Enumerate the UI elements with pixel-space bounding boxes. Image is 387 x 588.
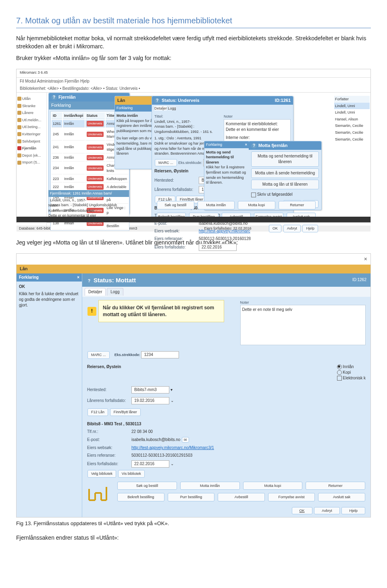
fornyelse-avvist-button[interactable]: Fornyelse avvist [268, 493, 315, 501]
motta-innlan-button[interactable]: Motta innlån [198, 201, 235, 209]
table-row: 223InnlånUnderveisKaffekoppen [52, 175, 128, 182]
col-id[interactable]: ID [52, 112, 62, 120]
list-item[interactable]: Lindell, Unni [334, 103, 370, 110]
tab-logg[interactable]: Logg [168, 106, 176, 110]
hentested-select[interactable]: Bibits7-mm3 [131, 386, 169, 393]
purr-button[interactable]: Purr bestilling [168, 493, 215, 501]
noter-block: Noter: Kommentar til eierbiblioteket: De… [48, 203, 96, 218]
panel-title: Fjernlån [58, 95, 76, 99]
eiers-forfall-input[interactable]: 22.02.2016 [131, 460, 169, 468]
motta-send-hentemelding-button[interactable]: Motta og send hentemelding til låneren [251, 151, 319, 167]
motta-kopi-button[interactable]: Motta kopi [243, 482, 303, 490]
info-message-box: ! Når du klikker OK vil fjernlånet bli r… [98, 300, 224, 323]
help-icon[interactable]: ? [51, 95, 57, 100]
avbryt-button[interactable]: Avbryt [283, 225, 301, 232]
nav-utlmeldin: Utl.meldin... [17, 118, 46, 123]
section-number: 7. [16, 16, 23, 25]
bibliotek-name: Bibits8 - MM3 Test , 5030113 [87, 422, 141, 426]
list-item[interactable]: Hansel, Alison [334, 116, 370, 123]
list-item[interactable]: Lindell, Unni [334, 109, 370, 116]
folgeseddel-checkbox[interactable] [251, 193, 256, 197]
status-id: ID:1262 [352, 277, 366, 283]
avslutt-sak-button[interactable]: Avslutt sak [318, 493, 365, 501]
websok-link[interactable]: http://test-appveiy.mikromarc.no/Mikroma… [131, 445, 214, 450]
motta-lan-ut-button[interactable]: Motta og lån ut til låneren [251, 180, 319, 189]
logo-icon [87, 485, 107, 501]
nav-fjernlan: Fjernlån [17, 146, 46, 151]
list-item[interactable]: Siemartin, Cecilie [334, 129, 370, 136]
help-icon[interactable]: ? [154, 98, 160, 104]
forfatter-col: Forfatter [334, 96, 370, 103]
section-heading: 7. Mottak og utlån av bestilt materiale … [16, 15, 371, 28]
motta-uten-hentemelding-button[interactable]: Motta uten å sende hentemelding [251, 168, 319, 178]
nav-selvbetjent: Selvbetjent [17, 139, 46, 144]
figure-13-caption: Fig 13. Fjernlånsstatus oppdateres til «… [16, 520, 371, 527]
tab-detaljer[interactable]: Detaljer [85, 288, 106, 296]
intro-paragraph-1: Når hjemmebiblioteket mottar boka, vil n… [16, 35, 371, 50]
selected-row-bar: Fjernlånssak: 1261 Innlån Annas barn/ [48, 190, 129, 197]
ok-button[interactable]: OK [292, 507, 312, 515]
radio-innlan[interactable] [337, 364, 342, 369]
avbestill-button[interactable]: Avbestill [218, 493, 265, 501]
help-heading: OK [19, 284, 25, 289]
list-item[interactable]: Siemartin, Cecilie [334, 122, 370, 129]
status-header: ?Status: Mottatt ID:1262 [82, 273, 370, 287]
returner-button[interactable]: Returner [279, 201, 316, 209]
status-label: Status: Mottatt [94, 277, 136, 284]
velg-bibliotek-button[interactable]: Velg bibliotek [87, 470, 116, 478]
closing-paragraph: Fjernlånssaken endrer status til «Utlånt… [16, 534, 371, 542]
nav-utlbeting: Utl.beting... [17, 124, 46, 130]
avbryt-button[interactable]: Avbryt [314, 507, 339, 515]
chk-elektronisk[interactable] [337, 376, 342, 381]
date-picker-icon[interactable]: ⌄ [171, 398, 174, 403]
radio-kopi[interactable] [337, 370, 342, 375]
taskbar [17, 217, 370, 222]
tab-logg[interactable]: Logg [107, 288, 123, 296]
noter-textarea[interactable]: Dette er en note til meg selv [240, 305, 366, 345]
nav-icon [17, 97, 21, 101]
app-menu-bar[interactable]: Fil Modul Administrasjon Fjernlån Hjelp [17, 78, 370, 85]
motta-kopi-button[interactable]: Motta kopi [238, 201, 275, 209]
finn-laner-button[interactable]: Finn/Bytt låner [110, 408, 141, 416]
motta-innlan-button[interactable]: Motta innlån [180, 482, 240, 490]
col-type[interactable]: Innlån/kopi [63, 112, 85, 120]
laner-name: Reiersen, Øystein [87, 364, 121, 370]
hjelp-button[interactable]: Hjelp [302, 225, 318, 232]
info-message: Når du klikker OK vil fjernlånet bli reg… [103, 305, 214, 317]
col-status[interactable]: Status [85, 112, 105, 120]
close-icon[interactable]: × [77, 275, 79, 280]
marc-button[interactable]: MARC ... [155, 159, 177, 167]
vis-bibliotek-button[interactable]: Vis bibliotek [118, 470, 145, 478]
help-icon[interactable]: ? [86, 278, 92, 284]
nav-utlan: Utlån [17, 96, 46, 101]
hjelp-button[interactable]: Hjelp [341, 507, 365, 515]
filter-bar[interactable]: Bibliotekenhet: <Alle> • Bestillingsdato… [17, 85, 370, 93]
help-heading: Motta innlån [117, 114, 138, 118]
tab-detaljer[interactable]: Detaljer [154, 106, 167, 110]
help-icon[interactable]: ? [251, 143, 257, 149]
noter-label: Noter [240, 300, 366, 305]
date-picker-icon[interactable]: ⌄ [171, 462, 174, 466]
f12-lan-button[interactable]: F12 Lån [87, 408, 108, 416]
close-icon[interactable]: × [364, 255, 367, 263]
sok-bestill-button[interactable]: Søk og bestill [117, 482, 177, 490]
sok-bestill-button[interactable]: Søk og bestill [157, 201, 194, 209]
eks-strekkode-input[interactable]: 1234 [141, 351, 179, 358]
section-title-text: Mottak og utlån av bestilt materiale hos… [25, 16, 232, 25]
left-nav[interactable]: Utlån Skranke Lånere Utl.meldin... Utl.b… [17, 93, 47, 226]
email-button[interactable]: ✉ [182, 437, 189, 443]
help-sidebar: Forklaring× OK Klikk her for å lukke det… [17, 273, 82, 518]
nav-skranke: Skranke [17, 104, 46, 109]
marc-button[interactable]: MARC ... [87, 351, 110, 359]
nav-kvitteringer: Kvitteringer [17, 132, 46, 137]
close-icon[interactable]: × [245, 142, 247, 147]
returner-button[interactable]: Returner [306, 482, 365, 490]
list-item[interactable]: Siemartin, Cecilie [334, 136, 370, 143]
eiers-forfall-input[interactable]: 22.02.2016 [199, 244, 237, 251]
nav-import: Import (S... [17, 160, 46, 165]
bekreft-button[interactable]: Bekreft bestilling [117, 493, 164, 501]
ok-button[interactable]: OK [269, 225, 281, 232]
nav-lanere: Lånere [17, 110, 46, 116]
dialog-title: Motta fjernlån [258, 143, 287, 148]
forfall-input[interactable]: 19.02.2016 [131, 397, 169, 404]
